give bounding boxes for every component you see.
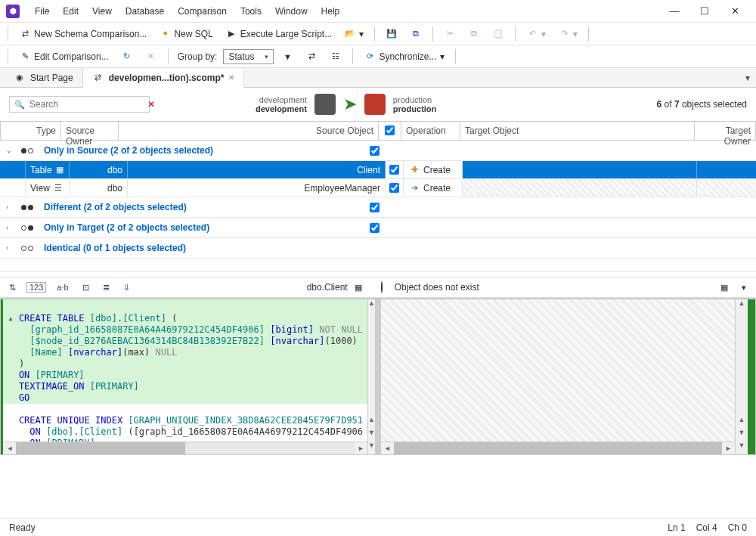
paste-button[interactable]: 📋 (488, 26, 509, 42)
save-all-button[interactable]: ⧉ (405, 26, 426, 42)
tab-comparison[interactable]: ⇄ developmen...tion).scomp* ✕ (83, 69, 245, 88)
clear-search-button[interactable]: ✕ (147, 99, 155, 110)
menu-window[interactable]: Window (269, 3, 314, 20)
save-button[interactable]: 💾 (381, 26, 402, 42)
group-checkbox[interactable] (370, 146, 380, 156)
view-icon: ☰ (53, 182, 64, 194)
h-scrollbar[interactable]: ◄► (381, 442, 735, 454)
col-operation[interactable]: Operation (401, 122, 460, 140)
minimize-button[interactable]: — (665, 5, 683, 17)
execute-icon: ▶ (225, 28, 237, 40)
close-tab-button[interactable]: ✕ (228, 73, 234, 82)
expand-icon[interactable]: › (6, 244, 15, 252)
menu-view[interactable]: View (86, 3, 118, 20)
h-scrollbar[interactable]: ◄► (3, 442, 367, 454)
group-label: Identical (0 of 1 objects selected) (44, 243, 186, 253)
menu-edit[interactable]: Edit (57, 3, 85, 20)
row-checkbox[interactable] (389, 183, 399, 193)
app-icon: ⬢ (6, 5, 20, 18)
table-icon: ▦ (352, 281, 364, 293)
diff-panes: ▴ CREATE TABLE [dbo].[Client] ( [graph_i… (0, 298, 756, 455)
filter-button[interactable]: ▼ (277, 48, 298, 65)
tab-start-page[interactable]: ◉ Start Page (5, 69, 83, 87)
edit-comparison-button[interactable]: ✎ Edit Comparison... (14, 48, 113, 65)
group-checkbox[interactable] (370, 223, 380, 233)
grid-icon[interactable]: ▦ (718, 281, 730, 293)
undo-button[interactable]: ↶▾ (522, 26, 550, 42)
source-code[interactable]: ▴ CREATE TABLE [dbo].[Client] ( [graph_i… (3, 299, 367, 442)
sql-icon: ✦ (159, 28, 171, 40)
menu-database[interactable]: Database (119, 3, 170, 20)
row-owner: dbo (70, 161, 128, 178)
v-scrollbar[interactable]: ▲▲▼▼ (735, 299, 748, 454)
col-source-owner[interactable]: Source Owner (61, 122, 119, 140)
source-pane: ▴ CREATE TABLE [dbo].[Client] ( [graph_i… (0, 299, 376, 455)
target-db-icon (364, 94, 386, 115)
group-different[interactable]: › Different (2 of 2 objects selected) (0, 197, 756, 218)
new-schema-comparison-button[interactable]: ⇄ New Schema Comparison... (14, 26, 151, 42)
columns-button[interactable]: ☷ (325, 48, 346, 65)
sync-icon: ⟳ (364, 51, 376, 63)
menu-comparison[interactable]: Comparison (172, 3, 233, 20)
tabs-overflow[interactable]: ▾ (745, 73, 756, 83)
toolbar-compare: ✎ Edit Comparison... ↻ ✕ Group by: Statu… (0, 45, 756, 68)
group-label: Only in Source (2 of 2 objects selected) (44, 145, 213, 156)
group-label: Different (2 of 2 objects selected) (44, 202, 187, 212)
menubar: ⬢ File Edit View Database Comparison Too… (0, 0, 756, 23)
swap-button[interactable]: ⇄ (301, 48, 322, 65)
table-row[interactable]: View☰ dbo EmployeeManager ➔Create (0, 179, 756, 197)
search-input[interactable] (29, 98, 143, 110)
diff-btn-1[interactable]: ⇅ (6, 281, 19, 294)
col-source-object[interactable]: Source Object (119, 122, 379, 140)
open-dropdown[interactable]: 📂▾ (339, 26, 368, 42)
row-owner: dbo (70, 179, 128, 197)
group-only-in-target[interactable]: › Only in Target (2 of 2 objects selecte… (0, 218, 756, 238)
refresh-button[interactable]: ↻ (116, 48, 138, 65)
new-sql-button[interactable]: ✦ New SQL (154, 26, 217, 42)
options-dropdown[interactable]: ▾ (738, 281, 750, 293)
table-row[interactable]: Table▦ dbo Client ✚Create (0, 161, 756, 179)
groupby-select[interactable]: Status (223, 49, 274, 64)
create-icon: ✚ (408, 164, 420, 176)
synchronize-button[interactable]: ⟳ Synchronize...▾ (359, 48, 448, 65)
diff-btn-6[interactable]: ⇓ (120, 281, 133, 294)
search-box: 🔍 ✕ (9, 96, 150, 113)
menu-help[interactable]: Help (315, 3, 346, 20)
group-identical[interactable]: › Identical (0 of 1 objects selected) (0, 238, 756, 259)
collapse-icon[interactable]: ⌄ (6, 147, 15, 154)
diff-btn-5[interactable]: ≣ (100, 281, 113, 294)
close-button[interactable]: ✕ (726, 5, 744, 17)
menu-file[interactable]: File (29, 3, 55, 20)
col-type[interactable]: Type (1, 122, 61, 140)
copy-button[interactable]: ⧉ (463, 26, 485, 42)
menu-tools[interactable]: Tools (234, 3, 268, 20)
v-scrollbar[interactable]: ▲▲▼▼ (367, 299, 375, 454)
group-checkbox[interactable] (370, 203, 380, 212)
expand-icon[interactable]: › (6, 203, 15, 211)
status-line: Ln 1 (668, 522, 685, 533)
source-db-label-1: development (256, 95, 307, 104)
diff-btn-3[interactable]: a·b (54, 281, 71, 293)
cut-button[interactable]: ✂ (439, 26, 460, 42)
status-bar: Ready Ln 1 Col 4 Ch 0 (0, 518, 756, 536)
col-checkbox[interactable] (379, 122, 401, 140)
maximize-button[interactable]: ☐ (696, 5, 714, 17)
status-text: Ready (9, 522, 36, 533)
row-object: EmployeeManager (128, 179, 386, 197)
row-checkbox[interactable] (389, 165, 399, 175)
col-target-object[interactable]: Target Object (460, 122, 695, 140)
diff-btn-4[interactable]: ⊡ (79, 281, 92, 294)
redo-button[interactable]: ↷▾ (553, 26, 582, 42)
expand-icon[interactable]: › (6, 224, 15, 231)
group-only-in-source[interactable]: ⌄ Only in Source (2 of 2 objects selecte… (0, 141, 756, 161)
src-object-name: dbo.Client (307, 282, 348, 293)
arrow-icon: ➤ (343, 94, 357, 114)
execute-script-button[interactable]: ▶ Execute Large Script... (221, 26, 336, 42)
compare-header: 🔍 ✕ development development ➤ production… (0, 88, 756, 121)
toolbar-main: ⇄ New Schema Comparison... ✦ New SQL ▶ E… (0, 23, 756, 45)
compare-icon: ⇄ (92, 72, 104, 84)
home-icon: ◉ (14, 72, 26, 84)
stop-button[interactable]: ✕ (141, 48, 162, 65)
diff-btn-2[interactable]: 123 (26, 282, 46, 293)
col-target-owner[interactable]: Target Owner (695, 122, 755, 140)
